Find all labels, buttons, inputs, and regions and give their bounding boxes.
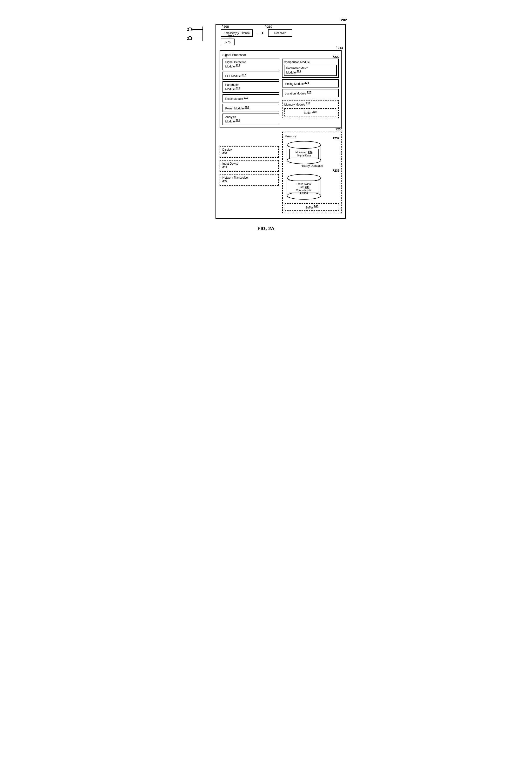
analysis-module-box: AnalysisModule 221 — [222, 114, 279, 125]
label-232: ╮232 — [333, 136, 340, 140]
signal-detection-box: Signal DetectionModule 216 — [222, 59, 279, 70]
label-230: ╮230 — [336, 127, 343, 131]
param-match-inner-box: Parameter MatchModule 223 — [284, 65, 337, 76]
outer-box-202: 202 ╮208 ╮210 Amplifier(s)/ Filter(s) — [215, 24, 346, 219]
fft-text: FFT Module — [225, 74, 241, 78]
gps-text: GPS — [225, 40, 231, 44]
label-202: 202 — [341, 18, 347, 22]
display-text: Display — [222, 148, 232, 151]
comparison-module-box: ╮222 Comparison Module Parameter MatchMo… — [282, 59, 339, 78]
cylinder-236-wrapper: Static Signal Data 238 Characteristic Li… — [285, 174, 339, 201]
memory-230-box: ╮230 Memory ╮232 — [282, 132, 342, 213]
label-214: ╮214 — [336, 45, 343, 50]
label-217: 217 — [242, 74, 246, 76]
memory-230-title: Memory — [285, 134, 339, 138]
label-221: 221 — [236, 119, 240, 122]
label-222: ╮222 — [333, 54, 340, 59]
gps-box: GPS — [221, 39, 235, 45]
input-device-text: Input Device — [222, 162, 239, 165]
history-db-text: History Database — [285, 164, 339, 168]
svg-text:Measured  234: Measured 234 — [296, 151, 313, 154]
label-220: 220 — [245, 106, 249, 109]
label-228: 228 — [312, 110, 317, 113]
noise-text: Noise Module — [225, 97, 243, 101]
svg-text:Listing: Listing — [300, 191, 308, 194]
svg-point-7 — [287, 141, 321, 148]
timing-text: Timing Module — [285, 82, 304, 86]
label-210: ╮210 — [265, 24, 272, 28]
location-text: Location Module — [285, 92, 306, 95]
cylinder-232-wrapper: ╮232 — [285, 141, 339, 168]
location-module-box: Location Module 225 — [282, 89, 339, 97]
label-226: 226 — [306, 102, 310, 105]
label-246: 246 — [222, 179, 227, 182]
label-208: ╮208 — [222, 24, 229, 28]
signal-processor-box: ╮214 Signal Processor Signal DetectionMo… — [220, 50, 342, 128]
buffer-240-box: Buffer 240 — [285, 203, 339, 211]
antenna-svg — [187, 24, 206, 51]
label-240: 240 — [314, 205, 318, 208]
svg-text:Signal Data: Signal Data — [297, 154, 311, 157]
receiver-text: Receiver — [274, 31, 286, 35]
cylinder-236-svg: Static Signal Data 238 Characteristic Li… — [285, 174, 323, 200]
analysis-text: AnalysisModule — [225, 115, 236, 123]
noise-module-box: Noise Module 219 — [222, 94, 279, 102]
receiver-box: Receiver — [268, 29, 292, 37]
amp-receiver-arrow — [257, 31, 264, 35]
cylinder-232-svg: Measured 234 Signal Data — [285, 141, 323, 165]
svg-text:Data  238: Data 238 — [299, 186, 310, 188]
label-223: 223 — [296, 70, 301, 73]
label-212: ╮212 — [228, 34, 235, 38]
label-225: 225 — [307, 91, 311, 94]
svg-marker-6 — [262, 32, 264, 34]
label-244: 244 — [222, 165, 227, 168]
display-box: Display 242 — [220, 146, 279, 158]
signal-processor-title: Signal Processor — [222, 53, 339, 57]
svg-point-14 — [287, 174, 321, 181]
fft-module-box: FFT Module 217 — [222, 72, 279, 80]
buffer-228-text: Buffer — [304, 111, 311, 114]
fig-label: FIG. 2A — [187, 226, 346, 231]
label-219: 219 — [244, 96, 248, 99]
memory-module-title: Memory Module 226 — [284, 102, 336, 106]
comparison-title: Comparison Module — [284, 60, 337, 64]
parameter-module-box: ParameterModule 218 — [222, 81, 279, 93]
network-transceiver-text: Network Transceiver — [222, 176, 249, 179]
network-transceiver-box: Network Transceiver 246 — [220, 174, 279, 186]
svg-point-0 — [188, 28, 192, 31]
timing-module-box: Timing Module 224 — [282, 79, 339, 87]
label-242: 242 — [222, 151, 227, 154]
buffer-240-text: Buffer — [305, 206, 313, 209]
page-container: 204 206 202 ╮208 — [182, 5, 350, 241]
label-218: 218 — [236, 87, 240, 89]
power-text: Power Module — [225, 107, 244, 110]
label-216: 216 — [236, 64, 240, 67]
svg-point-2 — [188, 36, 192, 40]
buffer-228-box: Buffer 228 — [284, 108, 336, 116]
label-224: 224 — [304, 81, 309, 84]
input-device-box: Input Device 244 — [220, 160, 279, 172]
power-module-box: Power Module 220 — [222, 104, 279, 112]
amplifier-box: Amplifier(s)/ Filter(s) — [221, 29, 253, 37]
memory-module-box: Memory Module 226 Buffer 228 — [282, 100, 339, 118]
label-236: ╮236 — [333, 168, 340, 172]
svg-text:Static Signal: Static Signal — [296, 182, 311, 185]
